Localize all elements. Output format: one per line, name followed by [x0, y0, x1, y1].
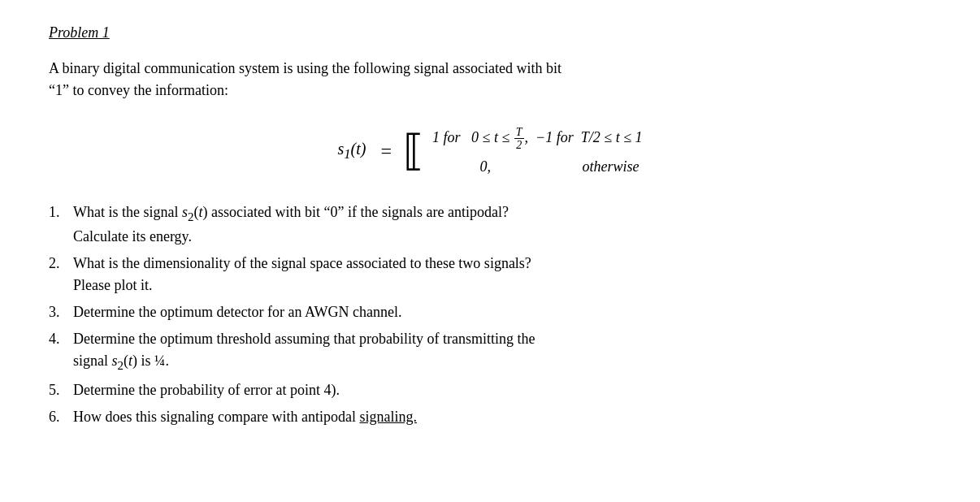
question-number-2: 2. [49, 253, 73, 275]
formula-lhs: s1(t) [337, 140, 366, 162]
questions-list: 1. What is the signal s2(t) associated w… [49, 201, 931, 428]
case-line-2: 0, otherwise [432, 157, 643, 177]
question-item-5: 5. Determine the probability of error at… [49, 379, 931, 401]
question-text-2: What is the dimensionality of the signal… [73, 253, 931, 296]
question-text-6: How does this signaling compare with ant… [73, 406, 931, 428]
brace-container: ⟦ 1 for 0 ≤ t ≤ T2, −1 for T/2 ≤ t ≤ 1 0… [403, 126, 643, 177]
question-text-1: What is the signal s2(t) associated with… [73, 201, 931, 248]
question-item-6: 6. How does this signaling compare with … [49, 406, 931, 428]
question-item-4: 4. Determine the optimum threshold assum… [49, 328, 931, 374]
question-item-3: 3. Determine the optimum detector for an… [49, 301, 931, 323]
question-number-1: 1. [49, 201, 73, 223]
question-number-5: 5. [49, 379, 73, 401]
intro-paragraph: A binary digital communication system is… [49, 58, 931, 102]
question-item-2: 2. What is the dimensionality of the sig… [49, 253, 931, 296]
question-text-4: Determine the optimum threshold assuming… [73, 328, 931, 374]
big-brace: ⟦ [403, 130, 424, 172]
formula-block: s1(t) = ⟦ 1 for 0 ≤ t ≤ T2, −1 for T/2 ≤… [49, 126, 931, 177]
question-number-3: 3. [49, 301, 73, 323]
question-text-5: Determine the probability of error at po… [73, 379, 931, 401]
question-item-1: 1. What is the signal s2(t) associated w… [49, 201, 931, 248]
question-text-3: Determine the optimum detector for an AW… [73, 301, 931, 323]
case-line-1: 1 for 0 ≤ t ≤ T2, −1 for T/2 ≤ t ≤ 1 [432, 126, 643, 152]
piecewise-cases: 1 for 0 ≤ t ≤ T2, −1 for T/2 ≤ t ≤ 1 0, … [432, 126, 643, 177]
question-number-6: 6. [49, 406, 73, 428]
problem-title: Problem 1 [49, 24, 931, 41]
equals-sign: = [375, 141, 397, 162]
question-number-4: 4. [49, 328, 73, 350]
